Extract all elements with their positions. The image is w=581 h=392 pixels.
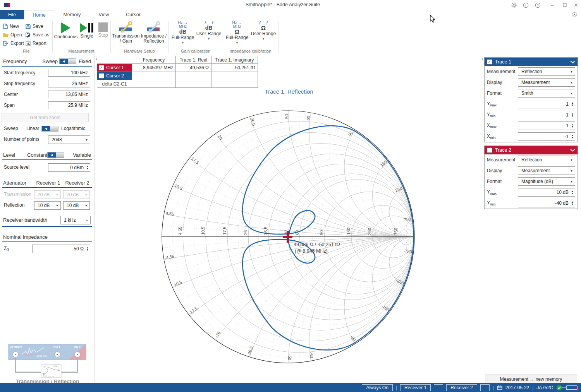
receiver-bandwidth-header: Receiver bandwidth 1 kHz▼	[2, 216, 92, 227]
minimize-button[interactable]: –	[548, 1, 557, 9]
report-icon	[26, 41, 31, 46]
spinner-arrows[interactable]: ▲▼	[570, 190, 575, 195]
spinner-arrows[interactable]: ▲▼	[85, 165, 90, 170]
dropdown-caret-icon[interactable]: ▾	[182, 41, 184, 45]
smith-chart[interactable]: 4,554,55-4,5510,510,5-10,517,517,5-17,52…	[97, 99, 481, 383]
new-file-icon	[3, 24, 8, 29]
sweep-fixed-toggle[interactable]: ◀	[59, 58, 76, 64]
group-separator	[168, 21, 169, 53]
chevron-down-icon[interactable]	[570, 149, 575, 152]
tab-file[interactable]: File	[0, 10, 24, 19]
trace2-measurement-dropdown[interactable]: Reflection▼	[518, 156, 575, 164]
spinner-arrows[interactable]: ▲▼	[570, 201, 575, 205]
trace2-ymax-spinner[interactable]: 10 dB ▲▼	[518, 188, 575, 197]
number-of-points-dropdown[interactable]: 2048 ▼	[48, 135, 90, 144]
trace1-xmin-spinner[interactable]: -1 ▲▼	[518, 132, 575, 141]
svg-text:10,5: 10,5	[174, 183, 183, 191]
maximize-button[interactable]	[560, 1, 569, 9]
trace1-measurement-dropdown[interactable]: Reflection▼	[518, 67, 575, 76]
gain-user-range-button[interactable]: f ... f dB User-Range ▾	[196, 21, 222, 41]
impedance-user-range-button[interactable]: f ... f Ω User-Range ▾	[250, 21, 277, 41]
trace2-ymin-spinner[interactable]: -40 dB ▲▼	[518, 199, 575, 207]
transmission-gain-button[interactable]: Transmission / Gain	[112, 21, 139, 44]
dropdown-caret-icon[interactable]: ▾	[236, 41, 238, 45]
z0-spinner[interactable]: 50 Ω ▲▼	[32, 245, 90, 253]
measurement-to-memory-button[interactable]: Measurement → new memory	[485, 375, 577, 383]
tab-memory[interactable]: Memory	[54, 10, 90, 19]
cursor1-row-header[interactable]: ✓ Cursor 1	[97, 64, 132, 72]
source-level-spinner[interactable]: 0 dBm ▲▼	[48, 163, 90, 172]
tab-home[interactable]: Home	[24, 10, 54, 19]
gain-full-range-button[interactable]: Hz → MHz dB Full-Range ▾	[170, 21, 195, 45]
cursor1-checkbox[interactable]: ✓	[99, 65, 104, 70]
dropdown-caret-icon[interactable]: ▾	[263, 37, 264, 41]
trace1-ymin-spinner[interactable]: -1 ▲▼	[518, 111, 575, 119]
transmission-gain-label-line2: / Gain	[120, 38, 132, 44]
report-button[interactable]: Report	[26, 39, 46, 47]
trace2-checkbox[interactable]	[487, 147, 492, 153]
collapse-ribbon-icon[interactable]	[570, 11, 579, 19]
help-icon[interactable]: ?	[533, 1, 542, 9]
export-button[interactable]: Export	[3, 39, 24, 47]
format-label: Format	[487, 179, 502, 184]
open-button[interactable]: Open	[3, 31, 22, 39]
spinner-arrows[interactable]: ▲▼	[570, 102, 575, 106]
xmax-label: Xmax	[487, 123, 497, 129]
start-frequency-input[interactable]: 100 kHz	[48, 69, 90, 77]
receiver1-status[interactable]: Receiver 1	[400, 384, 431, 391]
settings-gear-icon[interactable]	[510, 1, 518, 9]
linear-log-toggle[interactable]: ◀	[41, 126, 58, 132]
center-frequency-input[interactable]: 13,05 MHz	[48, 91, 90, 98]
dropdown-caret-icon: ▼	[570, 92, 575, 95]
stop-frequency-input[interactable]: 26 MHz	[48, 80, 90, 87]
spinner-arrows[interactable]: ▲▼	[570, 113, 575, 117]
spinner-arrows[interactable]: ▲▼	[570, 134, 575, 139]
hz-mhz-icon: Hz → MHz	[178, 21, 188, 29]
trace1-xmax-spinner[interactable]: 1 ▲▼	[518, 122, 575, 130]
play-icon	[61, 22, 70, 33]
trace1-header[interactable]: ✓ Trace 1	[485, 58, 578, 66]
tab-view[interactable]: View	[90, 10, 118, 19]
receiver-bandwidth-dropdown[interactable]: 1 kHz▼	[60, 216, 91, 224]
single-button[interactable]: Single	[78, 21, 95, 39]
trace1-display-dropdown[interactable]: Measurement▼	[518, 78, 575, 87]
source-level-label: Source level	[4, 164, 29, 170]
constant-variable-toggle[interactable]: ◀	[47, 152, 64, 158]
info-icon[interactable]: i	[521, 1, 530, 9]
save-as-button[interactable]: Save as	[26, 31, 49, 39]
receiver2-status[interactable]: Receiver 2	[446, 384, 477, 391]
trace1-ymax-spinner[interactable]: 1 ▲▼	[518, 100, 575, 108]
trace2-header[interactable]: Trace 2	[485, 146, 578, 154]
reflection-receiver2-dropdown[interactable]: 10 dB▼	[63, 201, 90, 210]
impedance-full-range-button[interactable]: Hz → MHz Ω Full-Range ▾	[225, 21, 249, 45]
trace1-format-dropdown[interactable]: Smith▼	[518, 89, 575, 98]
reflection-receiver1-dropdown[interactable]: 10 dB▼	[34, 201, 61, 210]
spinner-arrows[interactable]: ▲▼	[85, 246, 90, 251]
spinner-arrows[interactable]: ▲▼	[570, 123, 575, 128]
trace1-checkbox[interactable]: ✓	[487, 59, 492, 65]
continuous-button[interactable]: Continuous	[54, 21, 77, 39]
z0-row: Z0 50 Ω ▲▼	[4, 245, 92, 253]
always-on-button[interactable]: Always On	[362, 384, 392, 391]
span-input[interactable]: 25,9 MHz	[48, 101, 90, 109]
new-button[interactable]: New	[3, 22, 19, 30]
wrench-board-icon	[146, 21, 162, 33]
dropdown-caret-icon: ▼	[570, 81, 575, 84]
toggle-arrow-icon: ◀	[42, 126, 50, 131]
dropdown-caret-icon[interactable]: ▾	[208, 37, 210, 41]
save-button[interactable]: Save	[26, 22, 43, 30]
level-header-label: Level	[3, 152, 15, 158]
tab-cursor[interactable]: Cursor	[118, 10, 149, 19]
trace2-display-dropdown[interactable]: Measurement▼	[518, 166, 575, 175]
trace2-format-dropdown[interactable]: Magnitude (dB)▼	[518, 177, 575, 186]
group-separator	[223, 21, 223, 53]
cursor2-checkbox[interactable]	[99, 73, 104, 79]
save-icon	[26, 24, 31, 29]
stop-label: Stop	[98, 33, 108, 38]
close-button[interactable]: ✕	[572, 1, 580, 9]
dropdown-caret-icon: ▼	[570, 70, 575, 73]
mouse-cursor	[430, 15, 436, 23]
chevron-down-icon[interactable]	[570, 60, 575, 63]
cursor2-row-header[interactable]: Cursor 2	[97, 72, 132, 80]
impedance-reflection-button[interactable]: Impedance / Reflection	[140, 21, 167, 44]
